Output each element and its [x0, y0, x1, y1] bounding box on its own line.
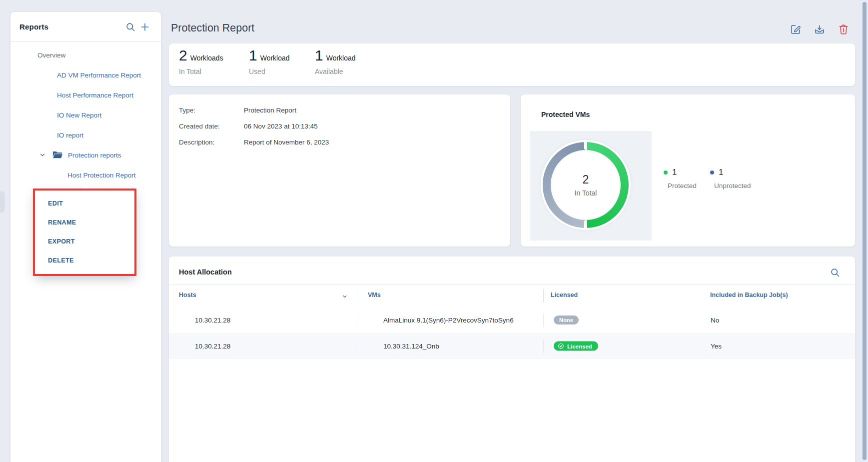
unprotected-dot-icon — [710, 170, 714, 174]
chevron-down-icon[interactable] — [39, 152, 46, 158]
donut-chart-panel: 2 In Total — [530, 131, 652, 240]
menu-item-export[interactable]: EXPORT — [35, 232, 135, 251]
included-cell: Yes — [711, 342, 722, 350]
sidebar-item-overview[interactable]: Overview — [10, 45, 161, 65]
license-badge-none: None — [554, 316, 579, 324]
donut-legend: 1 Protected 1 Unprotected — [664, 168, 751, 190]
sidebar-item-ad-vm-performance-report[interactable]: AD VM Performance Report — [10, 65, 161, 85]
menu-item-delete[interactable]: DELETE — [35, 251, 135, 270]
sidebar-header: Reports — [10, 12, 161, 42]
detail-row-created-date: Created date: 06 Nov 2023 at 10:13:45 — [169, 118, 510, 134]
stat-total-workloads: 2 Workloads In Total — [179, 48, 223, 76]
table-row[interactable]: 10.30.21.28 10.30.31.124_Onb Licensed Ye… — [169, 333, 855, 359]
column-header-hosts[interactable]: Hosts — [179, 292, 196, 298]
add-report-icon[interactable] — [140, 22, 150, 32]
page-scrollbar[interactable] — [863, 2, 867, 460]
menu-item-rename[interactable]: RENAME — [35, 213, 135, 232]
license-badge-licensed: Licensed — [554, 342, 598, 351]
report-details-card: Type: Protection Report Created date: 06… — [169, 94, 510, 246]
protected-vms-card: Protected VMs 2 In Total 1 Protected 1 U… — [521, 94, 855, 246]
detail-row-description: Description: Report of November 6, 2023 — [169, 134, 510, 150]
table-row[interactable]: 10.30.21.28 AlmaLinux 9.1(Syn6)-P2Vrecov… — [169, 307, 855, 333]
sidebar-item-host-protection-report[interactable]: Host Protection Report — [10, 165, 161, 185]
search-icon[interactable] — [125, 22, 135, 32]
sidebar-item-host-performance-report[interactable]: Host Performance Report — [10, 85, 161, 105]
detail-row-type: Type: Protection Report — [169, 102, 510, 118]
column-divider — [357, 289, 357, 302]
column-divider — [543, 340, 544, 353]
stat-used-workloads: 1 Workload Used — [249, 48, 290, 76]
host-cell: 10.30.21.28 — [195, 316, 230, 324]
workloads-summary-card: 2 Workloads In Total 1 Workload Used 1 W… — [169, 44, 855, 86]
protected-dot-icon — [664, 170, 668, 174]
donut-total-label: In Total — [575, 189, 597, 197]
menu-item-edit[interactable]: EDIT — [35, 194, 135, 213]
delete-report-icon[interactable] — [838, 24, 849, 35]
context-menu-caret — [81, 185, 90, 190]
column-divider — [357, 340, 357, 353]
included-cell: No — [711, 316, 719, 324]
table-header: Hosts VMs Licensed Included in Backup Jo… — [169, 284, 855, 307]
table-search-icon[interactable] — [830, 268, 840, 278]
export-report-icon[interactable] — [814, 24, 825, 35]
report-actions — [790, 24, 849, 35]
sidebar-title: Reports — [19, 22, 48, 31]
donut-total-value: 2 — [583, 173, 589, 186]
column-header-licensed[interactable]: Licensed — [551, 292, 578, 298]
host-allocation-title: Host Allocation — [179, 268, 232, 276]
vm-cell: 10.30.31.124_Onb — [383, 342, 439, 350]
host-cell: 10.30.21.28 — [195, 342, 230, 350]
protected-vms-donut-chart: 2 In Total — [543, 142, 629, 228]
host-allocation-card: Host Allocation Hosts VMs Licensed Inclu… — [169, 256, 855, 462]
column-header-included[interactable]: Included in Backup Job(s) — [710, 292, 788, 298]
sort-chevron-down-icon[interactable] — [342, 292, 348, 298]
legend-item-unprotected: 1 Unprotected — [710, 168, 751, 190]
page-title: Protection Report — [171, 22, 254, 34]
column-divider — [357, 314, 357, 327]
column-divider — [543, 289, 544, 302]
legend-item-protected: 1 Protected — [664, 168, 703, 190]
folder-open-icon — [52, 150, 63, 160]
sidebar-item-io-report[interactable]: IO report — [10, 125, 161, 145]
donut-center: 2 In Total — [551, 150, 621, 220]
check-circle-icon — [558, 343, 564, 350]
stat-available-workloads: 1 Workload Available — [315, 48, 356, 76]
column-divider — [543, 314, 544, 327]
sidebar-item-io-new-report[interactable]: IO New Report — [10, 105, 161, 125]
sidebar-folder-protection-reports[interactable]: Protection reports — [10, 145, 161, 165]
edit-report-icon[interactable] — [790, 24, 801, 35]
vm-cell: AlmaLinux 9.1(Syn6)-P2VrecovSyn7toSyn6 — [383, 316, 514, 324]
column-header-vms[interactable]: VMs — [368, 292, 381, 298]
report-context-menu: EDIT RENAME EXPORT DELETE — [35, 190, 135, 274]
protection-report-page: { "sidebar": { "title": "Reports", "item… — [0, 0, 868, 462]
panel-collapse-handle[interactable] — [0, 192, 4, 212]
protected-vms-title: Protected VMs — [541, 110, 590, 118]
reports-list: Overview AD VM Performance Report Host P… — [10, 42, 161, 185]
